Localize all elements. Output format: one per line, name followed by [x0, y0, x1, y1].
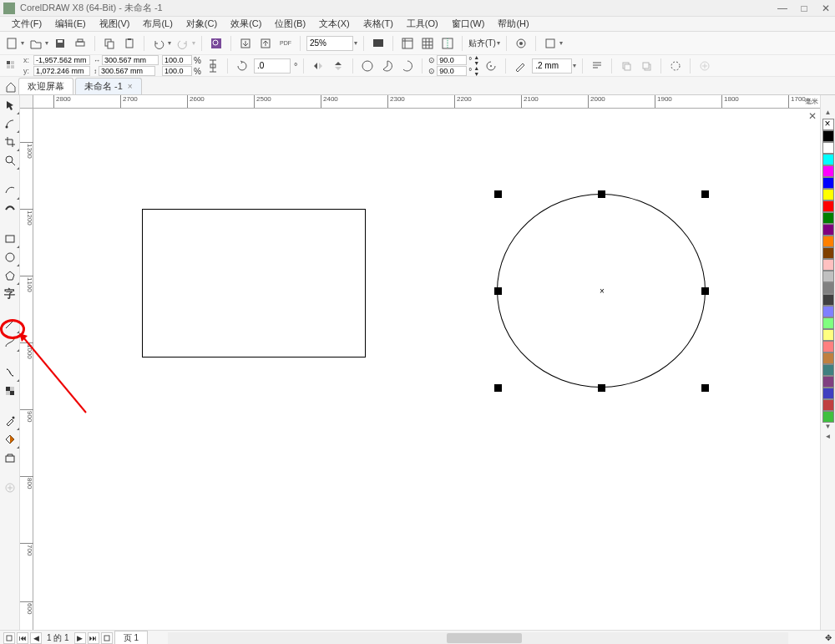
spinner-up[interactable]: ▲	[473, 54, 479, 60]
new-button[interactable]	[3, 35, 20, 52]
last-page-button[interactable]: ⏭	[88, 632, 99, 644]
menu-table[interactable]: 表格(T)	[357, 16, 400, 32]
outline-dropdown-icon[interactable]: ▾	[573, 62, 576, 69]
color-swatch[interactable]	[822, 341, 834, 352]
color-swatch[interactable]	[822, 399, 834, 411]
no-color-swatch[interactable]	[822, 119, 834, 130]
color-swatch[interactable]	[822, 212, 834, 224]
menu-layout[interactable]: 布局(L)	[136, 16, 179, 32]
selection-center-icon[interactable]: ×	[600, 287, 605, 296]
mirror-v-button[interactable]	[330, 58, 347, 74]
selection-handle-s[interactable]	[598, 384, 605, 392]
outline-width-input[interactable]	[532, 58, 572, 74]
redo-button[interactable]	[175, 35, 191, 52]
open-button[interactable]	[28, 35, 44, 52]
height-input[interactable]	[99, 66, 155, 76]
color-swatch[interactable]	[822, 142, 834, 154]
to-front-button[interactable]	[618, 58, 635, 74]
fullscreen-preview-button[interactable]	[370, 35, 387, 52]
close-button[interactable]: ✕	[820, 3, 832, 14]
ruler-origin[interactable]	[20, 95, 33, 109]
pick-tool[interactable]	[2, 97, 18, 114]
arc-mode-button[interactable]	[399, 58, 416, 74]
freehand-tool[interactable]	[2, 182, 18, 199]
drop-shadow-tool[interactable]	[2, 364, 18, 381]
direction-button[interactable]	[483, 58, 499, 74]
quick-customize-tool[interactable]	[2, 479, 18, 496]
palette-flyout[interactable]: ◄	[825, 433, 832, 443]
transparency-tool[interactable]	[2, 383, 18, 399]
spinner-up[interactable]: ▲	[473, 65, 479, 71]
selection-handle-ne[interactable]	[701, 190, 709, 198]
shape-tool[interactable]	[2, 115, 18, 132]
first-page-button[interactable]: ⏮	[17, 632, 28, 644]
search-content-button[interactable]	[208, 35, 225, 52]
polygon-tool[interactable]	[2, 267, 18, 284]
show-guidelines-button[interactable]	[439, 35, 456, 52]
color-swatch[interactable]	[822, 236, 834, 247]
artistic-media-tool[interactable]	[2, 200, 18, 217]
import-button[interactable]	[237, 35, 254, 52]
add-page-after-button[interactable]	[101, 632, 113, 644]
menu-tools[interactable]: 工具(O)	[400, 16, 445, 32]
horizontal-scrollbar[interactable]	[168, 632, 788, 644]
hscroll-thumb[interactable]	[447, 633, 522, 643]
menu-object[interactable]: 对象(C)	[180, 16, 224, 32]
menu-bitmap[interactable]: 位图(B)	[268, 16, 312, 32]
color-swatch[interactable]	[822, 306, 834, 317]
redo-dropdown-icon[interactable]: ▾	[192, 39, 195, 47]
to-back-button[interactable]	[638, 58, 655, 74]
y-position-input[interactable]	[33, 66, 90, 76]
wrap-text-button[interactable]	[589, 58, 605, 74]
undo-dropdown-icon[interactable]: ▾	[168, 39, 171, 47]
new-dropdown-icon[interactable]: ▾	[21, 39, 24, 47]
color-swatch[interactable]	[822, 130, 834, 142]
spinner-down[interactable]: ▼	[473, 71, 479, 77]
menu-file[interactable]: 文件(F)	[5, 16, 48, 32]
palette-scroll-down[interactable]: ▼	[825, 423, 832, 433]
scale-x-input[interactable]	[162, 55, 192, 65]
canvas-close-button[interactable]: ✕	[808, 110, 817, 122]
selection-handle-sw[interactable]	[494, 384, 502, 392]
app-launcher-button[interactable]	[542, 35, 559, 52]
zoom-level-input[interactable]	[306, 36, 353, 51]
navigator-button[interactable]: ✥	[822, 633, 835, 642]
publish-pdf-button[interactable]: PDF	[277, 35, 294, 52]
color-swatch[interactable]	[822, 411, 834, 423]
ellipse-mode-button[interactable]	[359, 58, 376, 74]
width-input[interactable]	[102, 55, 159, 65]
menu-edit[interactable]: 编辑(E)	[48, 16, 93, 32]
selection-handle-nw[interactable]	[494, 190, 502, 198]
color-swatch[interactable]	[822, 271, 834, 282]
rotation-input[interactable]	[254, 58, 291, 74]
horizontal-ruler[interactable]: 2800 2700 2600 2500 2400 2300 2200 2100 …	[20, 95, 820, 109]
prev-page-button[interactable]: ◀	[30, 632, 42, 644]
menu-view[interactable]: 视图(V)	[93, 16, 137, 32]
color-swatch[interactable]	[822, 329, 834, 341]
color-swatch[interactable]	[822, 200, 834, 212]
vertical-ruler[interactable]: 1300 1200 1100 1000 900 800 700 600	[20, 109, 33, 630]
undo-button[interactable]	[150, 35, 167, 52]
start-angle-input[interactable]	[437, 55, 467, 65]
color-swatch[interactable]	[822, 189, 834, 200]
scale-y-input[interactable]	[162, 66, 192, 76]
drawing-canvas[interactable]: ✕ ×	[33, 109, 820, 630]
color-swatch[interactable]	[822, 388, 834, 399]
color-swatch[interactable]	[822, 364, 834, 376]
launcher-dropdown-icon[interactable]: ▾	[559, 39, 563, 47]
snap-label[interactable]: 贴齐(T)	[468, 38, 496, 49]
selection-handle-w[interactable]	[494, 287, 502, 295]
show-grid-button[interactable]	[419, 35, 436, 52]
color-swatch[interactable]	[822, 165, 834, 177]
lock-ratio-button[interactable]	[205, 58, 221, 74]
paste-button[interactable]	[121, 35, 138, 52]
color-swatch[interactable]	[822, 352, 834, 364]
x-position-input[interactable]	[33, 55, 90, 65]
zoom-dropdown-icon[interactable]: ▾	[354, 39, 357, 47]
parallel-dim-tool[interactable]	[2, 316, 18, 332]
tab-welcome[interactable]: 欢迎屏幕	[18, 78, 73, 94]
options-button[interactable]	[513, 35, 529, 52]
menu-effects[interactable]: 效果(C)	[224, 16, 268, 32]
color-swatch[interactable]	[822, 177, 834, 189]
save-button[interactable]	[52, 35, 68, 52]
